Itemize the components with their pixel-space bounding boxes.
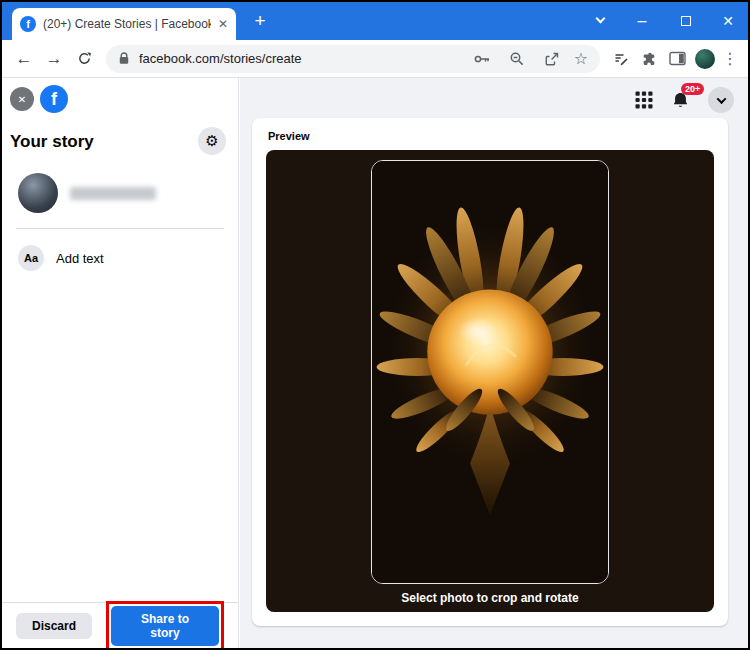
reload-icon (77, 51, 92, 66)
share-to-story-button[interactable]: Share to story (111, 606, 219, 646)
sidebar-footer: Discard Share to story (2, 602, 238, 648)
zoom-icon[interactable] (504, 45, 530, 73)
add-text-label: Add text (56, 251, 104, 266)
notification-badge: 20+ (681, 83, 704, 95)
extensions-puzzle-icon[interactable] (636, 45, 662, 73)
add-text-icon: Aa (18, 245, 44, 271)
chevron-down-icon[interactable] (592, 15, 608, 29)
forward-button[interactable]: → (40, 45, 68, 73)
close-window-button[interactable]: ✕ (710, 2, 746, 40)
minimize-button[interactable]: – (624, 2, 660, 40)
close-tab-icon[interactable]: ✕ (218, 17, 228, 31)
lock-icon[interactable] (118, 52, 130, 66)
notes-extension-icon[interactable] (608, 45, 634, 73)
url-text[interactable]: facebook.com/stories/create (139, 51, 302, 66)
story-sidebar: ✕ f Your story ⚙ Aa Add text Discard Sha… (2, 78, 239, 648)
browser-menu-icon[interactable]: ⋮ (720, 49, 740, 68)
page-content: ✕ f Your story ⚙ Aa Add text Discard Sha… (2, 78, 748, 648)
new-tab-button[interactable]: + (248, 9, 272, 33)
maximize-icon (681, 16, 691, 26)
preview-label: Preview (252, 118, 728, 150)
annotation-highlight: Share to story (106, 601, 224, 650)
bookmark-star-icon[interactable]: ☆ (574, 49, 588, 68)
back-button[interactable]: ← (10, 45, 38, 73)
tab-title: (20+) Create Stories | Facebook (43, 17, 211, 31)
apps-grid-icon[interactable] (635, 91, 653, 109)
reload-button[interactable] (70, 45, 98, 73)
facebook-favicon: f (20, 16, 36, 32)
story-artwork[interactable] (372, 161, 608, 583)
address-bar[interactable]: facebook.com/stories/create ☆ (106, 45, 600, 73)
story-editor-canvas: Select photo to crop and rotate (266, 150, 714, 612)
close-button[interactable]: ✕ (10, 87, 34, 111)
add-text-item[interactable]: Aa Add text (6, 238, 235, 278)
browser-titlebar: f (20+) Create Stories | Facebook ✕ + – … (2, 2, 748, 40)
user-name-blurred (70, 187, 156, 200)
divider (16, 228, 224, 229)
side-panel-icon[interactable] (664, 45, 690, 73)
preview-card: Preview (252, 118, 728, 626)
chevron-down-icon (716, 94, 726, 104)
browser-tab[interactable]: f (20+) Create Stories | Facebook ✕ (12, 8, 236, 40)
user-avatar (18, 173, 58, 213)
profile-avatar[interactable] (695, 49, 715, 69)
notifications-bell-icon[interactable]: 20+ (671, 91, 690, 110)
page-title: Your story (10, 132, 94, 152)
maximize-button[interactable] (668, 2, 704, 40)
account-menu-button[interactable] (708, 87, 734, 113)
header-actions: 20+ (635, 87, 734, 113)
facebook-logo[interactable]: f (40, 85, 68, 113)
discard-button[interactable]: Discard (16, 613, 92, 639)
settings-gear-button[interactable]: ⚙ (198, 127, 226, 155)
browser-window: f (20+) Create Stories | Facebook ✕ + – … (0, 0, 750, 650)
password-key-icon[interactable] (469, 45, 495, 73)
browser-toolbar: ← → facebook.com/stories/create ☆ (2, 40, 748, 78)
story-author-item[interactable] (6, 164, 235, 222)
crop-hint-text: Select photo to crop and rotate (401, 584, 578, 612)
main-area: 20+ Preview (240, 78, 748, 648)
story-frame[interactable] (371, 160, 609, 584)
share-icon[interactable] (539, 45, 565, 73)
